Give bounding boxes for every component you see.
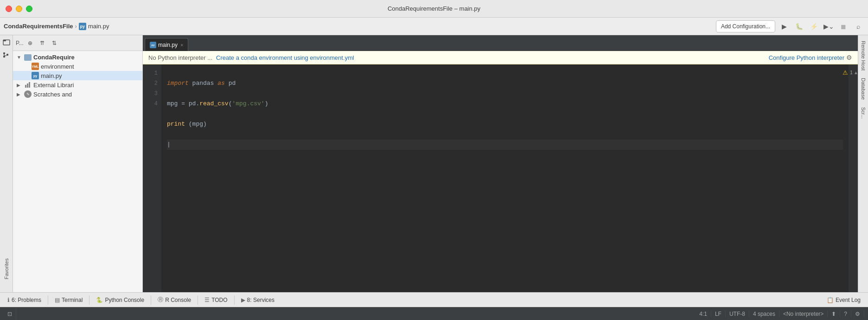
r-console-tool-button[interactable]: Ⓡ R Console	[154, 294, 195, 305]
problems-icon: ℹ	[7, 297, 10, 303]
python-console-tool-button[interactable]: 🐍 Python Console	[92, 295, 148, 305]
tab-close-button[interactable]: ×	[180, 42, 183, 48]
line-numbers: 1 2 3 4	[143, 64, 161, 292]
project-locate-button[interactable]: ⊕	[25, 38, 35, 48]
line-num-1: 1	[154, 68, 158, 78]
close-button[interactable]	[6, 6, 12, 12]
breadcrumb: CondaRequirementsFile › py main.py	[4, 23, 714, 30]
create-conda-env-link[interactable]: Create a conda environment using environ…	[216, 54, 354, 61]
ext-lib-icon	[24, 81, 32, 89]
left-sidebar-strip: Favorites	[0, 35, 13, 292]
svg-rect-10	[29, 82, 30, 88]
python-console-label: Python Console	[105, 297, 144, 303]
todo-icon: ☰	[204, 297, 210, 303]
problems-tool-button[interactable]: ℹ 6: Problems	[4, 295, 45, 305]
status-interpreter[interactable]: <No interpreter>	[779, 311, 828, 317]
environment-file[interactable]: ▶ YML environment	[13, 62, 142, 71]
status-encoding[interactable]: UTF-8	[726, 311, 749, 317]
notification-text: No Python interpreter ...	[148, 54, 212, 61]
project-panel-label: P...	[16, 40, 23, 46]
run-button[interactable]: ▶	[778, 20, 790, 32]
yaml-icon: YML	[32, 63, 39, 70]
scratches-and-consoles[interactable]: ▶ ✎ Scratches and	[13, 90, 142, 99]
todo-tool-button[interactable]: ☰ TODO	[201, 295, 231, 305]
line-num-4: 4	[154, 99, 158, 109]
project-collapse-button[interactable]: ⇈	[37, 38, 47, 48]
maximize-button[interactable]	[26, 6, 32, 12]
environment-file-name: environment	[41, 63, 74, 70]
warning-up-arrow[interactable]: ▲	[854, 70, 858, 76]
main-py-icon: py	[32, 72, 39, 79]
ext-lib-chevron: ▶	[17, 83, 22, 88]
scratch-tab[interactable]: Scr...	[860, 103, 867, 122]
code-content[interactable]: import pandas as pd mpg = pd.read_csv('m…	[161, 64, 849, 292]
search-everywhere-button[interactable]: ⌕	[852, 20, 864, 32]
divider-1	[48, 295, 48, 305]
project-tree: ▼ CondaRequire ▶ YML environment ▶ py ma…	[13, 51, 142, 292]
status-right: 4:1 LF UTF-8 4 spaces <No interpreter> ⬆…	[696, 311, 864, 317]
more-run-options-button[interactable]: ▶⌄	[823, 20, 835, 32]
stop-button[interactable]: ◼	[837, 20, 849, 32]
project-options-button[interactable]: ⇅	[49, 38, 59, 48]
status-help-icon[interactable]: ?	[840, 311, 851, 317]
code-line-1: import pandas as pd	[167, 78, 843, 89]
title-bar: CondaRequirementsFile – main.py	[0, 0, 868, 18]
svg-rect-8	[25, 85, 26, 88]
top-toolbar: CondaRequirementsFile › py main.py Add C…	[0, 18, 868, 35]
project-root[interactable]: ▼ CondaRequire	[13, 53, 142, 62]
root-folder-icon	[24, 54, 32, 61]
sidebar-item-structure[interactable]	[1, 50, 12, 60]
editor-area: py main.py × No Python interpreter ... C…	[143, 35, 858, 292]
code-editor[interactable]: 1 2 3 4 import pandas as pd mpg = pd.rea…	[143, 64, 858, 292]
line-num-2: 2	[154, 78, 158, 89]
right-sidebar-strip: Remote Host Database Scr...	[858, 35, 868, 292]
status-settings-icon[interactable]: ⚙	[851, 311, 864, 317]
remote-host-tab[interactable]: Remote Host	[860, 37, 867, 74]
event-log-tool-button[interactable]: 📋 Event Log	[823, 295, 864, 305]
debug-button[interactable]: 🐛	[793, 20, 805, 32]
minimize-button[interactable]	[16, 6, 22, 12]
services-tool-button[interactable]: ▶ 8: Services	[237, 295, 278, 305]
add-configuration-button[interactable]: Add Configuration...	[716, 20, 775, 32]
right-bottom-tools: 📋 Event Log	[823, 295, 864, 305]
event-log-icon: 📋	[827, 297, 834, 303]
window-title: CondaRequirementsFile – main.py	[388, 5, 480, 12]
divider-3	[151, 295, 151, 305]
breadcrumb-filename: main.py	[88, 23, 109, 30]
breadcrumb-separator: ›	[75, 23, 77, 30]
r-console-icon: Ⓡ	[158, 296, 163, 304]
content-area: Favorites P... ⊕ ⇈ ⇅ ▼ CondaRequire ▶	[0, 35, 868, 292]
svg-rect-7	[24, 54, 32, 61]
external-libraries[interactable]: ▶ External Librari	[13, 80, 142, 90]
python-console-icon: 🐍	[96, 297, 103, 303]
notification-banner: No Python interpreter ... Create a conda…	[143, 51, 858, 64]
svg-rect-4	[6, 54, 8, 56]
main-py-name: main.py	[41, 72, 62, 79]
editor-tab-main-py[interactable]: py main.py ×	[145, 38, 188, 51]
toolbar-right: Add Configuration... ▶ 🐛 ⚡ ▶⌄ ◼ ⌕	[716, 20, 864, 32]
services-icon: ▶	[241, 297, 245, 303]
sidebar-item-project[interactable]	[1, 37, 12, 47]
warning-count: 1	[850, 70, 853, 75]
status-indent[interactable]: 4 spaces	[749, 311, 779, 317]
warning-triangle-icon: ⚠	[842, 69, 848, 76]
status-line-ending[interactable]: LF	[711, 311, 726, 317]
coverage-button[interactable]: ⚡	[808, 20, 820, 32]
status-expand-button[interactable]: ⊡	[4, 307, 16, 320]
favorites-tab[interactable]: Favorites	[3, 255, 10, 283]
status-upload-icon[interactable]: ⬆	[828, 311, 840, 317]
line-num-3: 3	[154, 89, 158, 99]
main-py-file[interactable]: ▶ py main.py	[13, 71, 142, 80]
terminal-tool-button[interactable]: ▤ Terminal	[51, 295, 86, 305]
breadcrumb-file: py main.py	[79, 23, 109, 30]
database-tab[interactable]: Database	[860, 74, 867, 103]
bottom-toolbar: ℹ 6: Problems ▤ Terminal 🐍 Python Consol…	[0, 292, 868, 307]
terminal-icon: ▤	[55, 297, 60, 303]
svg-rect-9	[27, 83, 28, 88]
configure-interpreter-text: Configure Python interpreter	[769, 54, 844, 61]
traffic-lights[interactable]	[6, 6, 32, 12]
configure-python-interpreter-link[interactable]: Configure Python interpreter ⚙	[769, 54, 852, 61]
divider-2	[89, 295, 89, 305]
root-chevron-icon: ▼	[17, 55, 22, 60]
status-position[interactable]: 4:1	[696, 311, 711, 317]
